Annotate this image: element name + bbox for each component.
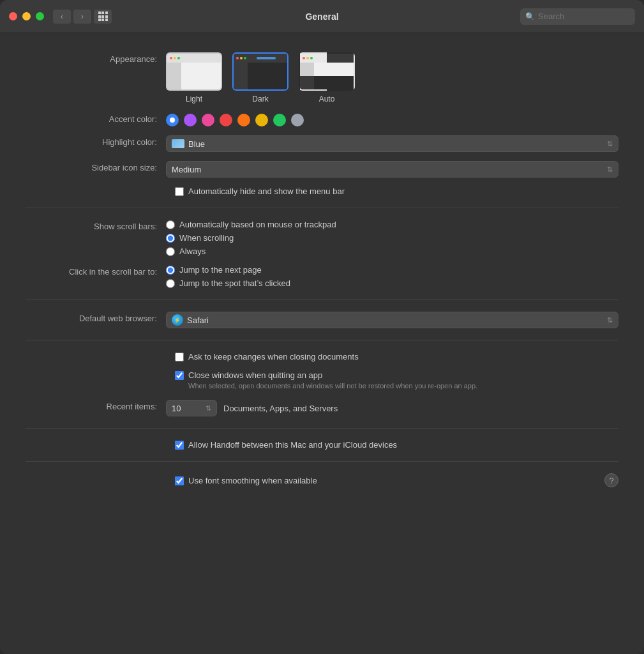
font-smoothing-content: Use font smoothing when available ? bbox=[175, 473, 618, 487]
highlight-color-value: Blue bbox=[188, 139, 603, 149]
appearance-option-auto[interactable]: Auto bbox=[299, 52, 355, 103]
close-windows-quitting-checkbox-row[interactable]: Close windows when quitting an app bbox=[175, 370, 618, 380]
forward-button[interactable]: › bbox=[73, 10, 91, 24]
accent-color-row: Accent color: bbox=[26, 112, 618, 126]
divider-5 bbox=[26, 461, 618, 462]
appearance-option-dark[interactable]: Dark bbox=[232, 52, 288, 103]
scroll-bars-auto-radio[interactable] bbox=[166, 220, 175, 229]
allow-handoff-checkbox-row[interactable]: Allow Handoff between this Mac and your … bbox=[175, 440, 618, 450]
default-web-browser-arrows: ⇅ bbox=[607, 316, 613, 324]
sidebar-icon-size-content: Medium ⇅ bbox=[166, 161, 618, 178]
highlight-color-select[interactable]: Blue ⇅ bbox=[166, 135, 618, 152]
ask-keep-changes-checkbox[interactable] bbox=[175, 353, 184, 361]
appearance-label: Appearance: bbox=[26, 52, 166, 64]
thumb-dot-red-light bbox=[170, 57, 172, 59]
accent-color-content bbox=[166, 112, 618, 126]
scroll-bars-when-scrolling-row[interactable]: When scrolling bbox=[166, 233, 618, 243]
thumb-dot-yellow-auto bbox=[306, 57, 309, 59]
recent-items-stepper[interactable]: 10 ⇅ bbox=[166, 400, 217, 416]
scroll-bars-always-row[interactable]: Always bbox=[166, 247, 618, 256]
accent-colors bbox=[166, 112, 618, 126]
default-web-browser-select[interactable]: ⚡ Safari ⇅ bbox=[166, 312, 618, 328]
scroll-bars-when-scrolling-radio[interactable] bbox=[166, 234, 175, 243]
accent-dot-graphite[interactable] bbox=[291, 114, 304, 126]
click-scroll-next-page-label: Jump to the next page bbox=[179, 265, 262, 275]
back-button[interactable]: ‹ bbox=[53, 10, 71, 24]
appearance-option-auto-label: Auto bbox=[319, 95, 335, 103]
maximize-button[interactable] bbox=[36, 12, 44, 20]
ask-keep-changes-checkbox-row[interactable]: Ask to keep changes when closing documen… bbox=[175, 352, 618, 361]
scroll-bars-auto-row[interactable]: Automatically based on mouse or trackpad bbox=[166, 220, 618, 229]
ask-keep-changes-label: Ask to keep changes when closing documen… bbox=[188, 352, 359, 361]
accent-dot-blue[interactable] bbox=[166, 114, 179, 126]
click-scroll-spot-row[interactable]: Jump to the spot that’s clicked bbox=[166, 278, 618, 288]
accent-dot-yellow[interactable] bbox=[255, 114, 268, 126]
sidebar-icon-size-value: Medium bbox=[172, 165, 603, 174]
show-scroll-bars-content: Automatically based on mouse or trackpad… bbox=[166, 220, 618, 256]
appearance-option-light[interactable]: Light bbox=[166, 52, 222, 103]
traffic-lights bbox=[9, 12, 44, 20]
show-scroll-bars-row: Show scroll bars: Automatically based on… bbox=[26, 220, 618, 256]
accent-color-label: Accent color: bbox=[26, 112, 166, 124]
accent-dot-green[interactable] bbox=[273, 114, 286, 126]
window: ‹ › General 🔍 Appearance: bbox=[0, 0, 644, 654]
minimize-button[interactable] bbox=[22, 12, 31, 20]
font-smoothing-checkbox-row[interactable]: Use font smoothing when available bbox=[175, 476, 604, 485]
thumb-main-dark bbox=[248, 63, 287, 89]
allow-handoff-content: Allow Handoff between this Mac and your … bbox=[175, 440, 618, 450]
click-scroll-next-page-row[interactable]: Jump to the next page bbox=[166, 265, 618, 275]
font-smoothing-checkbox[interactable] bbox=[175, 476, 184, 485]
search-icon: 🔍 bbox=[525, 12, 535, 21]
recent-items-arrows: ⇅ bbox=[206, 404, 211, 413]
scroll-bars-always-radio[interactable] bbox=[166, 247, 175, 256]
sidebar-icon-size-row: Sidebar icon size: Medium ⇅ bbox=[26, 161, 618, 178]
scroll-bars-always-label: Always bbox=[179, 247, 206, 256]
appearance-row: Appearance: bbox=[26, 52, 618, 103]
thumb-main-light bbox=[181, 63, 221, 89]
thumb-sidebar-dark bbox=[234, 63, 248, 89]
accent-dot-pink[interactable] bbox=[202, 114, 214, 126]
highlight-color-content: Blue ⇅ bbox=[166, 135, 618, 152]
accent-dot-orange[interactable] bbox=[237, 114, 250, 126]
thumb-dot-yellow-light bbox=[174, 57, 176, 59]
sidebar-icon-size-select[interactable]: Medium ⇅ bbox=[166, 161, 618, 178]
scroll-bars-auto-label: Automatically based on mouse or trackpad bbox=[179, 220, 336, 229]
help-button[interactable]: ? bbox=[604, 473, 618, 487]
search-input[interactable] bbox=[538, 11, 630, 21]
click-scroll-bar-row: Click in the scroll bar to: Jump to the … bbox=[26, 265, 618, 288]
auto-hide-menu-bar-checkbox-row[interactable]: Automatically hide and show the menu bar bbox=[175, 186, 618, 196]
allow-handoff-label: Allow Handoff between this Mac and your … bbox=[188, 440, 397, 450]
thumb-topbar-auto bbox=[300, 54, 354, 63]
accent-dot-red[interactable] bbox=[220, 114, 232, 126]
nav-buttons: ‹ › bbox=[53, 10, 91, 24]
divider-1 bbox=[26, 208, 618, 208]
appearance-option-dark-label: Dark bbox=[252, 95, 268, 103]
search-box[interactable]: 🔍 bbox=[520, 8, 635, 25]
thumb-dot-green-dark bbox=[244, 57, 246, 59]
titlebar: ‹ › General 🔍 bbox=[0, 0, 644, 33]
allow-handoff-checkbox[interactable] bbox=[175, 441, 184, 450]
accent-dot-purple[interactable] bbox=[184, 114, 197, 126]
appearance-thumbnails: Light bbox=[166, 52, 618, 103]
auto-hide-menu-bar-checkbox[interactable] bbox=[175, 187, 184, 196]
thumb-sidebar-light bbox=[167, 63, 181, 89]
appearance-option-light-label: Light bbox=[186, 95, 202, 103]
ask-keep-changes-row: Ask to keep changes when closing documen… bbox=[26, 352, 618, 361]
appearance-thumb-light bbox=[166, 52, 222, 91]
thumb-dot-yellow-dark bbox=[240, 57, 243, 59]
click-scroll-bar-label: Click in the scroll bar to: bbox=[26, 265, 166, 277]
click-scroll-spot-label: Jump to the spot that’s clicked bbox=[179, 278, 290, 288]
close-windows-quitting-checkbox[interactable] bbox=[175, 371, 184, 380]
highlight-color-label: Highlight color: bbox=[26, 135, 166, 147]
close-button[interactable] bbox=[9, 12, 17, 20]
recent-items-content: 10 ⇅ Documents, Apps, and Servers bbox=[166, 400, 618, 416]
grid-button[interactable] bbox=[94, 10, 112, 24]
recent-items-label: Recent items: bbox=[26, 400, 166, 411]
click-scroll-spot-radio[interactable] bbox=[166, 279, 175, 288]
thumb-topbar-light bbox=[167, 54, 221, 63]
scroll-bars-when-scrolling-label: When scrolling bbox=[179, 233, 234, 243]
default-web-browser-label: Default web browser: bbox=[26, 312, 166, 323]
font-smoothing-label: Use font smoothing when available bbox=[188, 476, 317, 485]
click-scroll-next-page-radio[interactable] bbox=[166, 266, 175, 275]
appearance-thumb-auto bbox=[299, 52, 355, 91]
